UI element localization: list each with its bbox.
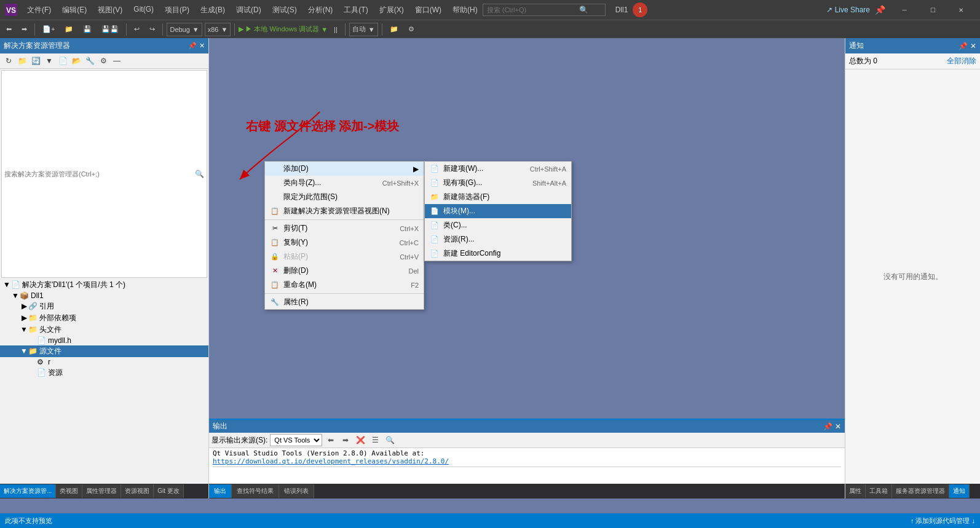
submenu-editor-config[interactable]: 📄 新建 EditorConfig <box>425 246 571 261</box>
toggle-btn[interactable]: 🔄 <box>30 55 42 67</box>
pin-output-icon[interactable]: 📌 <box>823 422 832 431</box>
redo-button[interactable]: ↪ <box>146 23 159 36</box>
submenu-module[interactable]: 📄 模块(M)... <box>425 204 571 218</box>
menu-git[interactable]: Git(G) <box>128 4 159 17</box>
menu-project[interactable]: 项目(P) <box>160 4 194 17</box>
menu-debug[interactable]: 调试(D) <box>231 4 266 17</box>
expand-arrow-headers[interactable]: ▼ <box>20 325 28 334</box>
tree-headers[interactable]: ▼ 📁 头文件 <box>0 324 208 336</box>
tree-source-files[interactable]: ▼ 📁 源文件 <box>0 345 208 357</box>
save-all-button[interactable]: 💾💾 <box>98 23 122 36</box>
menu-tools[interactable]: 工具(T) <box>339 4 373 17</box>
pin-icon[interactable]: 📌 <box>875 5 885 15</box>
filter-btn[interactable]: ▼ <box>43 55 55 67</box>
forward-button[interactable]: ➡ <box>18 23 31 36</box>
close-notif-icon[interactable]: ✕ <box>970 42 976 50</box>
menu-build[interactable]: 生成(B) <box>196 4 230 17</box>
submenu-new-filter[interactable]: 📁 新建筛选器(F) <box>425 190 571 204</box>
open-button[interactable]: 📁 <box>61 23 77 36</box>
pin-panel-icon[interactable]: 📌 <box>188 42 197 50</box>
expand-arrow-solution[interactable]: ▼ <box>2 280 11 289</box>
output-link[interactable]: https://download.qt.io/development_relea… <box>213 457 449 465</box>
output-btn-3[interactable]: ❌ <box>354 434 366 446</box>
context-scope[interactable]: 限定为此范围(S) <box>265 190 424 204</box>
output-btn-4[interactable]: ☰ <box>369 434 381 446</box>
undo-button[interactable]: ↩ <box>130 23 143 36</box>
menu-file[interactable]: 文件(F) <box>22 4 56 17</box>
tree-external-deps[interactable]: ▶ 📁 外部依赖项 <box>0 312 208 324</box>
auto-combo[interactable]: 自动 ▼ <box>349 23 378 36</box>
tab-output[interactable]: 输出 <box>209 484 232 498</box>
menu-analyze[interactable]: 分析(N) <box>303 4 338 17</box>
tab-toolbox[interactable]: 工具箱 <box>866 484 892 498</box>
tab-find-symbol[interactable]: 查找符号结果 <box>232 484 279 498</box>
play-button[interactable]: ▶ ▶ 本地 Windows 调试器 ▼ <box>239 23 328 36</box>
tab-git-changes[interactable]: Git 更改 <box>154 484 184 498</box>
output-btn-5[interactable]: 🔍 <box>384 434 396 446</box>
context-add[interactable]: 添加(D) ▶ <box>265 162 424 176</box>
tab-error-list[interactable]: 错误列表 <box>279 484 314 498</box>
tab-property-manager[interactable]: 属性管理器 <box>82 484 121 498</box>
tree-solution[interactable]: ▼ 📄 解决方案'Dll1'(1 个项目/共 1 个) <box>0 279 208 291</box>
tab-resource-view[interactable]: 资源视图 <box>121 484 154 498</box>
submenu-existing-item[interactable]: 📄 现有项(G)... Shift+Alt+A <box>425 176 571 190</box>
menu-test[interactable]: 测试(S) <box>267 4 302 17</box>
clear-all-button[interactable]: 全部消除 <box>947 56 976 66</box>
tree-dll1[interactable]: ▼ 📦 Dll1 <box>0 291 208 301</box>
tab-notifications[interactable]: 通知 <box>949 484 970 498</box>
open-solution-btn[interactable]: 📂 <box>70 55 82 67</box>
settings-button[interactable]: ⚙ <box>405 23 418 36</box>
folder-button[interactable]: 📁 <box>386 23 402 36</box>
close-output-icon[interactable]: ✕ <box>835 422 841 431</box>
expand-arrow-dll1[interactable]: ▼ <box>11 291 20 300</box>
output-source-select[interactable]: Qt VS Tools <box>270 434 322 446</box>
tree-references[interactable]: ▶ 🔗 引用 <box>0 301 208 312</box>
debug-config-combo[interactable]: Debug ▼ <box>167 23 202 36</box>
context-copy[interactable]: 📋 复制(Y) Ctrl+C <box>265 235 424 250</box>
back-button[interactable]: ⬅ <box>2 23 15 36</box>
pin-notif-icon[interactable]: 📌 <box>958 42 968 50</box>
minus-btn[interactable]: — <box>111 55 123 67</box>
output-btn-2[interactable]: ➡ <box>339 434 352 446</box>
platform-combo[interactable]: x86 ▼ <box>205 23 231 36</box>
context-class-wizard[interactable]: 类向导(Z)... Ctrl+Shift+X <box>265 176 424 190</box>
menu-edit[interactable]: 编辑(E) <box>57 4 92 17</box>
solution-search-box[interactable]: 🔍 <box>1 70 207 278</box>
output-btn-1[interactable]: ⬅ <box>325 434 337 446</box>
refresh-btn[interactable]: ↻ <box>2 55 15 67</box>
context-cut[interactable]: ✂ 剪切(T) Ctrl+X <box>265 221 424 235</box>
menu-window[interactable]: 窗口(W) <box>410 4 446 17</box>
settings-panel-btn[interactable]: ⚙ <box>97 55 109 67</box>
tree-r-file[interactable]: ⚙ r <box>0 357 208 367</box>
expand-arrow-source[interactable]: ▼ <box>20 347 28 355</box>
status-vcs[interactable]: ↑ 添加到源代码管理 ↓ <box>911 516 975 526</box>
submenu-resource[interactable]: 📄 资源(R)... <box>425 232 571 246</box>
tree-mydll-h[interactable]: 📄 mydll.h <box>0 336 208 345</box>
restore-button[interactable]: ☐ <box>919 0 947 20</box>
menu-view[interactable]: 视图(V) <box>93 4 127 17</box>
solution-search-input[interactable] <box>4 170 195 178</box>
tab-properties[interactable]: 属性 <box>845 484 866 498</box>
context-rename[interactable]: 📋 重命名(M) F2 <box>265 278 424 292</box>
tab-server-explorer[interactable]: 服务器资源管理器 <box>892 484 949 498</box>
tab-class-view[interactable]: 类视图 <box>56 484 82 498</box>
submenu-new-item[interactable]: 📄 新建项(W)... Ctrl+Shift+A <box>425 162 571 176</box>
attach-button[interactable]: || <box>330 23 341 36</box>
context-delete[interactable]: ✕ 删除(D) Del <box>265 264 424 278</box>
search-box[interactable]: 🔍 <box>483 4 606 16</box>
context-properties[interactable]: 🔧 属性(R) <box>265 295 424 309</box>
collapse-btn[interactable]: 📁 <box>16 55 28 67</box>
close-button[interactable]: ✕ <box>947 0 975 20</box>
menu-extensions[interactable]: 扩展(X) <box>374 4 409 17</box>
git-btn[interactable]: 🔧 <box>84 55 96 67</box>
new-solution-btn[interactable]: 📄 <box>57 55 69 67</box>
context-new-view[interactable]: 📋 新建解决方案资源管理器视图(N) <box>265 204 424 218</box>
expand-arrow-ext[interactable]: ▶ <box>20 313 28 322</box>
context-paste[interactable]: 🔒 粘贴(P) Ctrl+V <box>265 250 424 264</box>
minimize-button[interactable]: ─ <box>890 0 919 20</box>
tab-solution-explorer[interactable]: 解决方案资源管... <box>0 484 56 498</box>
expand-arrow-refs[interactable]: ▶ <box>20 302 28 310</box>
close-panel-icon[interactable]: ✕ <box>199 42 205 50</box>
search-input[interactable] <box>487 6 579 14</box>
liveshare-button[interactable]: ↗ Live Share <box>826 6 870 14</box>
